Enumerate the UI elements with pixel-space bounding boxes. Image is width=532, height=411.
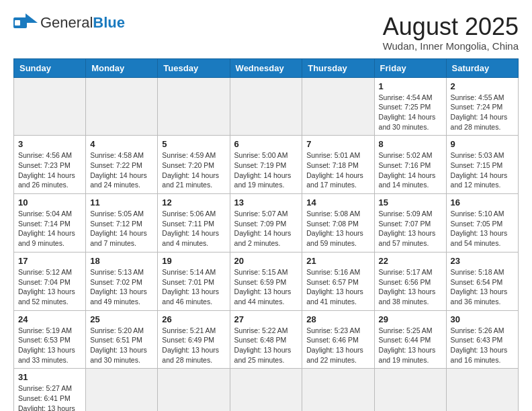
day-number: 5 [162,139,225,149]
day-number: 16 [451,197,514,208]
calendar-cell: 1Sunrise: 4:54 AM Sunset: 7:25 PM Daylig… [374,77,446,136]
calendar-cell: 30Sunrise: 5:26 AM Sunset: 6:43 PM Dayli… [446,310,518,369]
day-number: 7 [306,139,369,149]
weekday-header-thursday: Thursday [302,58,374,77]
calendar-cell: 2Sunrise: 4:55 AM Sunset: 7:24 PM Daylig… [446,77,518,136]
day-info: Sunrise: 5:21 AM Sunset: 6:49 PM Dayligh… [162,326,225,365]
calendar-cell [86,369,158,411]
calendar-cell [158,369,230,411]
svg-marker-1 [26,13,38,23]
day-info: Sunrise: 5:10 AM Sunset: 7:05 PM Dayligh… [451,209,514,248]
weekday-header-wednesday: Wednesday [230,58,302,77]
day-info: Sunrise: 5:26 AM Sunset: 6:43 PM Dayligh… [451,326,514,365]
day-number: 27 [234,314,298,324]
day-number: 24 [18,314,81,324]
day-info: Sunrise: 5:04 AM Sunset: 7:14 PM Dayligh… [18,209,81,248]
calendar-cell: 25Sunrise: 5:20 AM Sunset: 6:51 PM Dayli… [86,310,158,369]
title-block: August 2025 Wudan, Inner Mongolia, China [383,13,519,52]
day-info: Sunrise: 5:00 AM Sunset: 7:19 PM Dayligh… [234,150,298,190]
day-number: 6 [234,139,298,149]
day-number: 25 [90,314,153,324]
calendar-cell [230,369,302,411]
calendar-cell: 10Sunrise: 5:04 AM Sunset: 7:14 PM Dayli… [14,194,86,253]
calendar-cell: 23Sunrise: 5:18 AM Sunset: 6:54 PM Dayli… [446,252,518,310]
day-info: Sunrise: 5:17 AM Sunset: 6:56 PM Dayligh… [379,267,442,307]
calendar-cell: 8Sunrise: 5:02 AM Sunset: 7:16 PM Daylig… [374,136,446,194]
day-number: 31 [18,372,81,382]
calendar-cell: 16Sunrise: 5:10 AM Sunset: 7:05 PM Dayli… [446,194,518,253]
day-number: 22 [379,256,442,266]
day-number: 19 [162,256,225,266]
calendar-cell [374,369,446,411]
day-number: 15 [379,197,442,208]
day-number: 1 [379,81,442,91]
calendar-cell: 3Sunrise: 4:56 AM Sunset: 7:23 PM Daylig… [14,136,86,194]
day-info: Sunrise: 5:19 AM Sunset: 6:53 PM Dayligh… [18,326,81,365]
day-number: 30 [451,314,514,324]
weekday-header-row: SundayMondayTuesdayWednesdayThursdayFrid… [14,58,519,77]
day-info: Sunrise: 5:05 AM Sunset: 7:12 PM Dayligh… [90,209,153,248]
calendar-cell [158,77,230,136]
calendar-cell [230,77,302,136]
weekday-header-monday: Monday [86,58,158,77]
calendar-cell: 20Sunrise: 5:15 AM Sunset: 6:59 PM Dayli… [230,252,302,310]
day-info: Sunrise: 5:07 AM Sunset: 7:09 PM Dayligh… [234,209,298,248]
day-info: Sunrise: 5:08 AM Sunset: 7:08 PM Dayligh… [306,209,369,248]
page-header: GeneralBlue August 2025 Wudan, Inner Mon… [13,13,519,52]
calendar-cell: 19Sunrise: 5:14 AM Sunset: 7:01 PM Dayli… [158,252,230,310]
day-number: 2 [451,81,514,91]
weekday-header-saturday: Saturday [446,58,518,77]
day-number: 18 [90,256,153,266]
calendar-cell: 31Sunrise: 5:27 AM Sunset: 6:41 PM Dayli… [14,369,86,411]
day-number: 29 [379,314,442,324]
logo-text: GeneralBlue [40,15,125,30]
day-info: Sunrise: 4:59 AM Sunset: 7:20 PM Dayligh… [162,150,225,190]
calendar-cell: 14Sunrise: 5:08 AM Sunset: 7:08 PM Dayli… [302,194,374,253]
day-info: Sunrise: 5:23 AM Sunset: 6:46 PM Dayligh… [306,326,369,365]
weekday-header-sunday: Sunday [14,58,86,77]
calendar-week-row: 1Sunrise: 4:54 AM Sunset: 7:25 PM Daylig… [14,77,519,136]
day-info: Sunrise: 5:03 AM Sunset: 7:15 PM Dayligh… [451,150,514,190]
calendar-table: SundayMondayTuesdayWednesdayThursdayFrid… [13,58,519,411]
logo: GeneralBlue [13,13,125,32]
day-number: 8 [379,139,442,149]
day-info: Sunrise: 5:22 AM Sunset: 6:48 PM Dayligh… [234,326,298,365]
calendar-week-row: 3Sunrise: 4:56 AM Sunset: 7:23 PM Daylig… [14,136,519,194]
day-info: Sunrise: 5:25 AM Sunset: 6:44 PM Dayligh… [379,326,442,365]
calendar-week-row: 31Sunrise: 5:27 AM Sunset: 6:41 PM Dayli… [14,369,519,411]
calendar-cell [446,369,518,411]
day-number: 14 [306,197,369,208]
day-number: 21 [306,256,369,266]
calendar-cell: 28Sunrise: 5:23 AM Sunset: 6:46 PM Dayli… [302,310,374,369]
day-info: Sunrise: 5:01 AM Sunset: 7:18 PM Dayligh… [306,150,369,190]
day-number: 17 [18,256,81,266]
calendar-cell: 15Sunrise: 5:09 AM Sunset: 7:07 PM Dayli… [374,194,446,253]
day-info: Sunrise: 5:15 AM Sunset: 6:59 PM Dayligh… [234,267,298,307]
svg-rect-2 [15,20,20,26]
calendar-cell [14,77,86,136]
calendar-cell: 12Sunrise: 5:06 AM Sunset: 7:11 PM Dayli… [158,194,230,253]
day-number: 9 [451,139,514,149]
day-info: Sunrise: 5:18 AM Sunset: 6:54 PM Dayligh… [451,267,514,307]
calendar-cell: 22Sunrise: 5:17 AM Sunset: 6:56 PM Dayli… [374,252,446,310]
calendar-week-row: 24Sunrise: 5:19 AM Sunset: 6:53 PM Dayli… [14,310,519,369]
day-number: 10 [18,197,81,208]
day-info: Sunrise: 4:56 AM Sunset: 7:23 PM Dayligh… [18,150,81,190]
calendar-cell: 9Sunrise: 5:03 AM Sunset: 7:15 PM Daylig… [446,136,518,194]
day-info: Sunrise: 4:54 AM Sunset: 7:25 PM Dayligh… [379,93,442,132]
calendar-cell: 11Sunrise: 5:05 AM Sunset: 7:12 PM Dayli… [86,194,158,253]
weekday-header-friday: Friday [374,58,446,77]
day-number: 13 [234,197,298,208]
day-number: 4 [90,139,153,149]
day-info: Sunrise: 4:58 AM Sunset: 7:22 PM Dayligh… [90,150,153,190]
calendar-cell: 6Sunrise: 5:00 AM Sunset: 7:19 PM Daylig… [230,136,302,194]
day-info: Sunrise: 5:06 AM Sunset: 7:11 PM Dayligh… [162,209,225,248]
calendar-cell: 4Sunrise: 4:58 AM Sunset: 7:22 PM Daylig… [86,136,158,194]
calendar-cell: 7Sunrise: 5:01 AM Sunset: 7:18 PM Daylig… [302,136,374,194]
calendar-cell: 5Sunrise: 4:59 AM Sunset: 7:20 PM Daylig… [158,136,230,194]
day-info: Sunrise: 5:09 AM Sunset: 7:07 PM Dayligh… [379,209,442,248]
day-info: Sunrise: 5:16 AM Sunset: 6:57 PM Dayligh… [306,267,369,307]
day-info: Sunrise: 5:12 AM Sunset: 7:04 PM Dayligh… [18,267,81,307]
day-number: 11 [90,197,153,208]
calendar-cell [86,77,158,136]
